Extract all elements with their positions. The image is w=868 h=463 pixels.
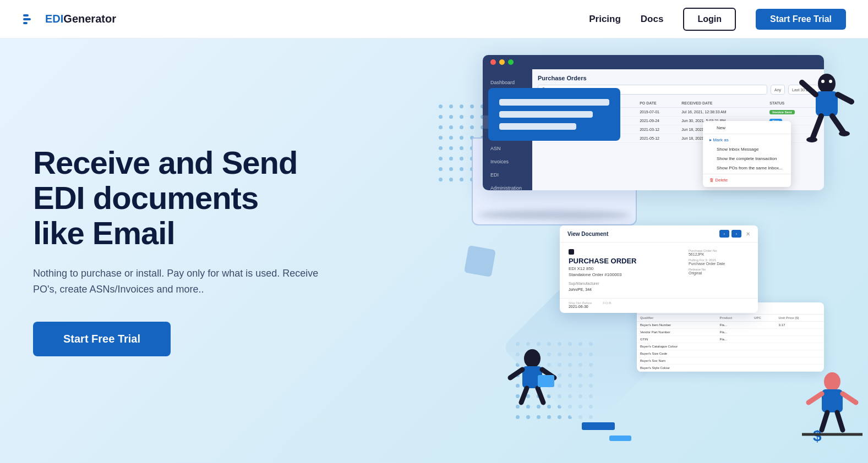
navbar: EDIGenerator Pricing Docs Login Start Fr… bbox=[0, 0, 868, 38]
cm-divider-2 bbox=[703, 174, 791, 174]
context-menu: New ▸ Mark as Show Inbox Message Show th… bbox=[703, 121, 791, 187]
svg-line-24 bbox=[822, 412, 827, 430]
doc-ship-before: Ship Not Before 2021-06-30 bbox=[569, 301, 592, 308]
cell-received-0: Jul 16, 2021, 12:38:33 AM bbox=[679, 108, 767, 117]
svg-point-12 bbox=[829, 80, 832, 83]
doc-address-label: Sup/Manufacturer bbox=[569, 282, 681, 285]
float-square-1 bbox=[464, 245, 496, 277]
doc-close-btn[interactable]: ✕ bbox=[746, 231, 750, 237]
cm-item-show-pos[interactable]: Show POs from the same Inbox... bbox=[703, 163, 791, 173]
svg-line-5 bbox=[802, 82, 816, 95]
character-working: $ bbox=[802, 370, 862, 447]
envelope-shadow bbox=[477, 210, 631, 220]
doc-main-content: PURCHASE ORDER EDI X12 850 Standalone Or… bbox=[569, 249, 681, 291]
po-icon bbox=[569, 249, 574, 255]
blue-accent-rect-1 bbox=[582, 422, 615, 430]
detail-header-row: Qualifier Product UPC Unit Price ($) bbox=[637, 315, 824, 322]
col-received-date: RECEIVED DATE bbox=[679, 99, 767, 108]
svg-point-9 bbox=[806, 137, 817, 142]
doc-header-controls: ‹ › ✕ bbox=[719, 230, 750, 238]
sidebar-item-invoices[interactable]: Invoices bbox=[483, 155, 532, 168]
detail-row: Vendor Part Number Fla... bbox=[637, 329, 824, 336]
cm-item-show-complete[interactable]: Show the complete transaction bbox=[703, 154, 791, 163]
db-main-title: Purchase Orders bbox=[538, 75, 818, 81]
hero-trial-button[interactable]: Start Free Trial bbox=[33, 322, 171, 356]
detail-row: Buyer's Style Colour bbox=[637, 365, 824, 372]
svg-rect-19 bbox=[538, 375, 554, 387]
cm-divider-1 bbox=[703, 134, 791, 134]
svg-line-7 bbox=[813, 116, 821, 137]
doc-next-btn[interactable]: › bbox=[731, 230, 741, 238]
svg-rect-1 bbox=[23, 18, 31, 20]
doc-ship-not-after: F.O.B. bbox=[603, 301, 612, 308]
sidebar-item-asn[interactable]: ASN bbox=[483, 142, 532, 155]
svg-point-20 bbox=[824, 372, 840, 391]
db-filter-any[interactable]: Any bbox=[771, 85, 785, 95]
logo-text: EDIGenerator bbox=[45, 13, 116, 25]
status-badge-0: Invoice Sent bbox=[769, 110, 794, 114]
svg-line-25 bbox=[837, 412, 843, 430]
doc-card-body: PURCHASE ORDER EDI X12 850 Standalone Or… bbox=[560, 242, 758, 298]
detail-col-unit-price: Unit Price ($) bbox=[776, 315, 824, 322]
cell-po-date-3: 2021-05-12 bbox=[637, 134, 679, 143]
hero-title: Receive and Send EDI documents like Emai… bbox=[33, 145, 417, 250]
logo[interactable]: EDIGenerator bbox=[22, 10, 116, 29]
doc-right-info: Purchase Order No 5612JPK Pulling For 3:… bbox=[689, 249, 749, 291]
cm-item-mark-as[interactable]: ▸ Mark as bbox=[703, 135, 791, 145]
cm-item-new[interactable]: New bbox=[703, 123, 791, 133]
nav-links: Pricing Docs Login Start Free Trial bbox=[589, 8, 846, 31]
detail-col-upc: UPC bbox=[751, 315, 775, 322]
svg-line-18 bbox=[538, 388, 543, 403]
svg-line-22 bbox=[809, 394, 822, 403]
cm-item-show-inbox[interactable]: Show Inbox Message bbox=[703, 145, 791, 154]
blue-accent-rect-2 bbox=[609, 436, 631, 441]
hero-section: Receive and Send EDI documents like Emai… bbox=[0, 38, 868, 463]
db-header bbox=[483, 55, 824, 69]
envelope-letter bbox=[488, 88, 620, 141]
view-document-card: View Document ‹ › ✕ PURCHASE ORDER EDI X… bbox=[560, 225, 758, 313]
svg-line-15 bbox=[510, 370, 522, 378]
cell-po-date-0: 2019-07-01 bbox=[637, 108, 679, 117]
svg-line-17 bbox=[521, 388, 527, 403]
detail-table-body: Buyer's Item Number Fla... 3.17 Vendor P… bbox=[637, 322, 824, 372]
svg-rect-4 bbox=[816, 91, 838, 116]
nav-trial-button[interactable]: Start Free Trial bbox=[756, 9, 846, 30]
sidebar-item-edi[interactable]: EDI bbox=[483, 168, 532, 181]
sidebar-item-admin[interactable]: Administration bbox=[483, 181, 532, 190]
svg-line-6 bbox=[838, 95, 851, 102]
doc-info-release: Release No Original bbox=[689, 268, 749, 275]
doc-prev-btn[interactable]: ‹ bbox=[719, 230, 729, 238]
detail-row: Buyer's Soc Num bbox=[637, 357, 824, 365]
nav-pricing[interactable]: Pricing bbox=[589, 14, 621, 25]
svg-rect-0 bbox=[23, 14, 29, 16]
svg-point-10 bbox=[839, 131, 850, 136]
doc-address: John/PE, 344 bbox=[569, 288, 681, 291]
doc-ship-info: Ship Not Before 2021-06-30 F.O.B. bbox=[560, 298, 758, 313]
doc-nav-buttons: ‹ › bbox=[719, 230, 741, 238]
cm-item-delete[interactable]: 🗑 Delete bbox=[703, 175, 791, 185]
nav-docs[interactable]: Docs bbox=[641, 14, 664, 25]
hero-left: Receive and Send EDI documents like Emai… bbox=[0, 38, 417, 463]
detail-row: Buyer's Size Code bbox=[637, 350, 824, 357]
character-jumping bbox=[796, 66, 857, 154]
window-max-dot bbox=[508, 59, 514, 65]
doc-po-title: PURCHASE ORDER bbox=[569, 257, 681, 265]
detail-row: Buyer's Item Number Fla... 3.17 bbox=[637, 322, 824, 329]
window-min-dot bbox=[499, 59, 505, 65]
detail-col-product: Product bbox=[717, 315, 751, 322]
svg-point-11 bbox=[821, 80, 825, 83]
col-po-date: PO DATE bbox=[637, 99, 679, 108]
sidebar-item-dashboard[interactable]: Dashboard bbox=[483, 76, 532, 89]
hero-subtitle: Nothing to purchase or install. Pay only… bbox=[33, 266, 319, 297]
login-button[interactable]: Login bbox=[683, 8, 736, 31]
doc-info-order-no: Purchase Order No 5612JPK bbox=[689, 249, 749, 256]
svg-line-23 bbox=[843, 394, 856, 403]
character-sitting bbox=[505, 348, 560, 419]
detail-col-qualifier: Qualifier bbox=[637, 315, 717, 322]
doc-standalone: Standalone Order #100003 bbox=[569, 272, 681, 277]
svg-rect-21 bbox=[822, 389, 843, 412]
window-close-dot bbox=[490, 59, 496, 65]
cell-po-date-1: 2021-09-24 bbox=[637, 117, 679, 125]
hero-right: Dashboard Inbox Outbox PO PO Ack ASN Inv… bbox=[417, 38, 868, 463]
doc-card-title: View Document bbox=[567, 231, 608, 237]
